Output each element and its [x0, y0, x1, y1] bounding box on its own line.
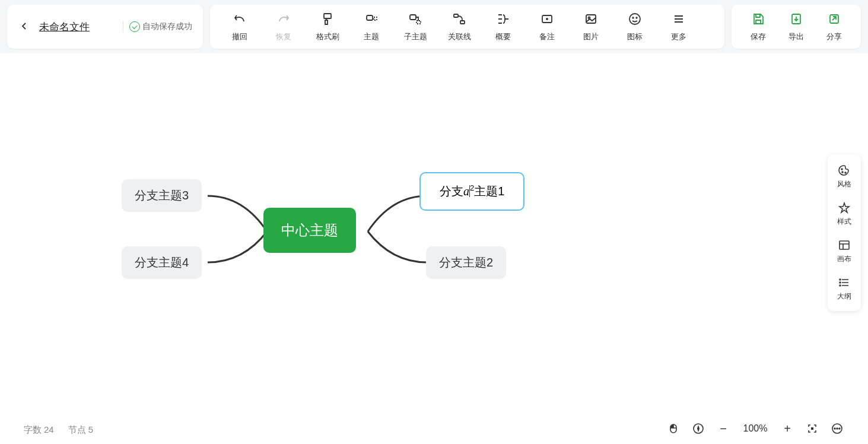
export-button[interactable]: 导出: [778, 7, 815, 47]
export-icon: [788, 11, 804, 27]
note-button[interactable]: 备注: [526, 7, 568, 47]
zoom-out-button[interactable]: −: [716, 421, 730, 436]
branch-node-2[interactable]: 分支主题2: [426, 246, 506, 279]
svg-rect-3: [410, 15, 416, 20]
save-icon: [751, 11, 766, 27]
share-button[interactable]: 分享: [816, 7, 853, 47]
image-button[interactable]: 图片: [570, 7, 612, 47]
side-canvas[interactable]: 画布: [828, 233, 861, 270]
canvas-area[interactable]: 分支主题3 分支主题4 中心主题 分支a2主题1 分支主题2: [0, 53, 868, 444]
side-outline[interactable]: 大纲: [828, 270, 861, 307]
side-style-theme[interactable]: 风格: [828, 158, 861, 195]
brush-icon: [320, 11, 335, 27]
svg-rect-5: [454, 14, 458, 17]
layout-icon: [838, 239, 851, 252]
svg-point-10: [629, 14, 640, 24]
redo-icon: [276, 11, 291, 27]
node-count: 节点5: [68, 424, 93, 436]
palette-icon: [838, 164, 851, 177]
actions-panel: 保存 导出 分享: [732, 5, 861, 49]
svg-rect-1: [367, 15, 373, 20]
center-node[interactable]: 中心主题: [263, 208, 356, 253]
icon-button[interactable]: 图标: [613, 7, 656, 47]
fit-screen-button[interactable]: [805, 421, 819, 436]
redo-button: 恢复: [262, 7, 305, 47]
summary-icon: [495, 11, 511, 27]
word-count: 字数24: [24, 424, 54, 436]
save-button[interactable]: 保存: [740, 7, 777, 47]
autosave-text: 自动保存成功: [142, 21, 192, 32]
zoom-in-button[interactable]: +: [780, 421, 794, 436]
branch-node-3[interactable]: 分支主题3: [122, 179, 202, 212]
branch-node-1-selected[interactable]: 分支a2主题1: [419, 172, 524, 211]
zoom-controls: − 100% +: [666, 421, 844, 436]
emoji-icon: [627, 11, 643, 27]
svg-point-28: [839, 428, 840, 429]
format-painter-button[interactable]: 格式刷: [306, 7, 349, 47]
svg-rect-2: [374, 17, 377, 20]
zoom-level[interactable]: 100%: [741, 423, 770, 434]
svg-rect-0: [324, 14, 331, 18]
undo-icon: [232, 11, 247, 27]
relation-button[interactable]: 关联线: [438, 7, 481, 47]
relation-icon: [452, 11, 467, 27]
nav-mode-button[interactable]: [691, 421, 705, 436]
svg-point-17: [845, 172, 846, 173]
header-panel: 未命名文件 自动保存成功: [7, 5, 203, 49]
mouse-mode-button[interactable]: [666, 421, 681, 436]
subtopic-button[interactable]: 子主题: [394, 7, 437, 47]
summary-button[interactable]: 概要: [482, 7, 524, 47]
note-icon: [539, 11, 555, 27]
svg-point-19: [840, 279, 841, 280]
svg-point-12: [636, 17, 637, 18]
branch-node-4[interactable]: 分支主题4: [122, 246, 202, 279]
svg-point-27: [837, 428, 838, 429]
more-options-button[interactable]: [830, 421, 844, 436]
star-icon: [838, 201, 851, 214]
image-icon: [583, 11, 599, 27]
side-format[interactable]: 样式: [828, 195, 861, 233]
svg-point-11: [632, 17, 634, 18]
more-button[interactable]: 更多: [657, 7, 700, 47]
more-icon: [671, 11, 686, 27]
undo-button[interactable]: 撤回: [218, 7, 261, 47]
status-bar: 字数24 节点5: [24, 424, 93, 436]
svg-point-15: [841, 169, 842, 170]
svg-rect-6: [460, 21, 465, 24]
check-icon: [129, 21, 140, 32]
autosave-status: 自动保存成功: [123, 21, 192, 33]
svg-rect-24: [811, 427, 813, 430]
file-title[interactable]: 未命名文件: [39, 20, 90, 34]
svg-point-16: [842, 172, 843, 173]
branch1-text: 分支a2主题1: [440, 183, 504, 199]
back-button[interactable]: [18, 18, 31, 36]
svg-point-20: [840, 282, 841, 283]
side-panel: 风格 样式 画布 大纲: [828, 154, 861, 311]
svg-rect-18: [840, 241, 849, 249]
svg-point-26: [834, 428, 835, 429]
topic-icon: [364, 11, 379, 27]
svg-rect-4: [416, 21, 421, 24]
main-toolbar: 撤回 恢复 格式刷 主题 子主题 关联线 概要 备注: [210, 5, 724, 49]
share-icon: [826, 11, 842, 27]
list-icon: [838, 276, 851, 289]
subtopic-icon: [408, 11, 423, 27]
topic-button[interactable]: 主题: [350, 7, 393, 47]
svg-point-21: [840, 285, 841, 286]
